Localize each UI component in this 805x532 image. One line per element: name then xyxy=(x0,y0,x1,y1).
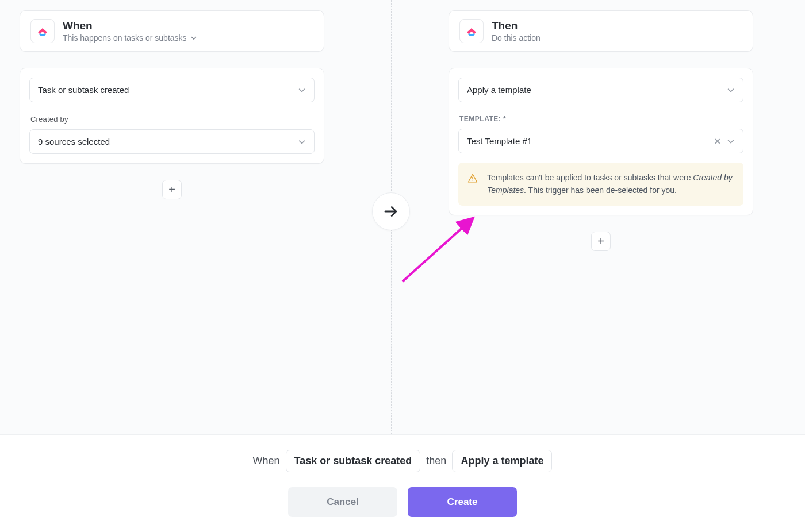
clickup-logo-icon xyxy=(30,19,55,43)
create-button[interactable]: Create xyxy=(408,487,517,517)
created-by-label: Created by xyxy=(30,115,315,124)
warning-icon xyxy=(467,173,478,183)
summary-then-pill[interactable]: Apply a template xyxy=(452,450,552,472)
chevron-down-icon xyxy=(727,86,735,94)
svg-point-0 xyxy=(472,180,473,181)
automation-summary: When Task or subtask created then Apply … xyxy=(253,450,553,472)
when-subtitle: This happens on tasks or subtasks xyxy=(63,33,187,43)
summary-then-text: then xyxy=(426,455,446,467)
created-by-value: 9 sources selected xyxy=(38,137,110,147)
summary-when-text: When xyxy=(253,455,280,467)
then-column: Then Do this action Apply a template TEM… xyxy=(448,10,753,251)
when-subtitle-row[interactable]: This happens on tasks or subtasks xyxy=(63,33,197,43)
trigger-select-value: Task or subtask created xyxy=(38,85,129,95)
trigger-select[interactable]: Task or subtask created xyxy=(29,78,315,102)
when-column: When This happens on tasks or subtasks T… xyxy=(20,10,324,199)
plus-icon: + xyxy=(168,184,175,195)
connector-line xyxy=(172,164,172,180)
then-body-card: Apply a template TEMPLATE: * Test Templa… xyxy=(448,68,753,215)
template-select-value: Test Template #1 xyxy=(467,136,532,146)
then-title: Then xyxy=(492,20,540,32)
chevron-down-icon xyxy=(190,34,197,41)
add-trigger-button[interactable]: + xyxy=(162,180,182,199)
clickup-logo-icon xyxy=(459,19,484,43)
created-by-select[interactable]: 9 sources selected xyxy=(29,129,315,154)
when-body-card: Task or subtask created Created by 9 sou… xyxy=(20,68,324,164)
add-action-button[interactable]: + xyxy=(591,232,611,251)
chevron-down-icon xyxy=(298,138,306,146)
action-select[interactable]: Apply a template xyxy=(458,78,743,102)
when-header-card: When This happens on tasks or subtasks xyxy=(20,10,324,52)
chevron-down-icon xyxy=(727,137,735,145)
connector-line xyxy=(601,52,601,68)
when-title: When xyxy=(63,20,197,32)
clear-icon[interactable]: ✕ xyxy=(714,137,721,146)
connector-line xyxy=(172,52,172,68)
summary-when-pill[interactable]: Task or subtask created xyxy=(286,450,421,472)
warning-message: Templates can't be applied to tasks or s… xyxy=(458,163,743,206)
connector-line xyxy=(601,215,601,232)
warning-text-post: . This trigger has been de-selected for … xyxy=(524,186,677,195)
plus-icon: + xyxy=(597,236,604,247)
template-select[interactable]: Test Template #1 ✕ xyxy=(458,129,743,153)
template-label: TEMPLATE: * xyxy=(459,115,743,123)
then-subtitle: Do this action xyxy=(492,33,540,43)
flow-arrow xyxy=(372,192,410,230)
cancel-button[interactable]: Cancel xyxy=(288,487,397,517)
then-header-card: Then Do this action xyxy=(448,10,753,52)
action-select-value: Apply a template xyxy=(467,85,531,95)
warning-text-pre: Templates can't be applied to tasks or s… xyxy=(487,173,693,182)
chevron-down-icon xyxy=(298,86,306,94)
footer-bar: When Task or subtask created then Apply … xyxy=(0,434,805,532)
